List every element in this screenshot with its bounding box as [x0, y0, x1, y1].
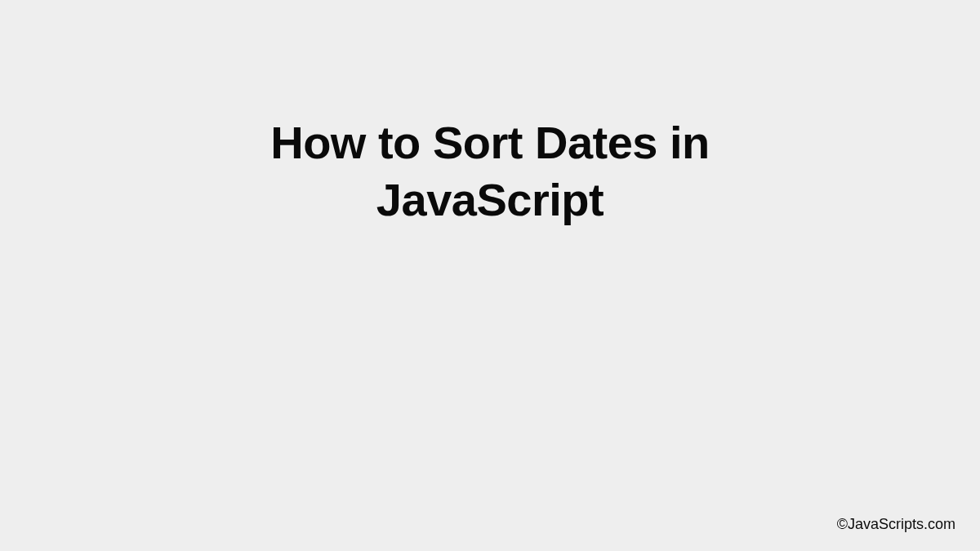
title-line-2: JavaScript — [376, 174, 604, 225]
title-line-1: How to Sort Dates in — [270, 117, 710, 168]
page-title: How to Sort Dates in JavaScript — [0, 114, 980, 229]
attribution-text: ©JavaScripts.com — [837, 516, 956, 533]
